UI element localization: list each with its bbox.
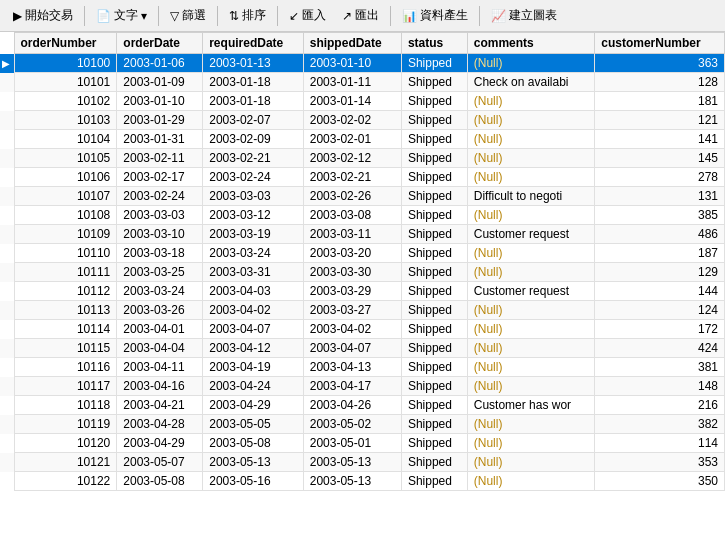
text-label: 文字	[114, 7, 138, 24]
table-row[interactable]: 101052003-02-112003-02-212003-02-12Shipp…	[0, 149, 725, 168]
table-row[interactable]: 101212003-05-072003-05-132003-05-13Shipp…	[0, 453, 725, 472]
cell-requiredDate: 2003-05-08	[203, 434, 304, 453]
export-icon: ↗	[342, 9, 352, 23]
sort-label: 排序	[242, 7, 266, 24]
col-header-orderNumber[interactable]: orderNumber	[14, 33, 117, 54]
col-header-comments[interactable]: comments	[467, 33, 594, 54]
table-row[interactable]: 101062003-02-172003-02-242003-02-21Shipp…	[0, 168, 725, 187]
cell-customerNumber: 350	[595, 472, 725, 491]
row-arrow-cell	[0, 73, 14, 92]
cell-orderDate: 2003-04-16	[117, 377, 203, 396]
sort-icon: ⇅	[229, 9, 239, 23]
table-row[interactable]: 101112003-03-252003-03-312003-03-30Shipp…	[0, 263, 725, 282]
cell-shippedDate: 2003-05-13	[303, 472, 401, 491]
table-row[interactable]: 101132003-03-262003-04-022003-03-27Shipp…	[0, 301, 725, 320]
col-header-shippedDate[interactable]: shippedDate	[303, 33, 401, 54]
cell-customerNumber: 216	[595, 396, 725, 415]
cell-orderDate: 2003-03-10	[117, 225, 203, 244]
table-row[interactable]: 101082003-03-032003-03-122003-03-08Shipp…	[0, 206, 725, 225]
row-arrow-cell	[0, 130, 14, 149]
table-row[interactable]: 101182003-04-212003-04-292003-04-26Shipp…	[0, 396, 725, 415]
filter-icon: ▽	[170, 9, 179, 23]
cell-customerNumber: 121	[595, 111, 725, 130]
toolbar: ▶ 開始交易 📄 文字 ▾ ▽ 篩選 ⇅ 排序 ↙ 匯入 ↗ 匯出 📊 資料產生…	[0, 0, 725, 32]
cell-comments: (Null)	[467, 301, 594, 320]
col-header-requiredDate[interactable]: requiredDate	[203, 33, 304, 54]
cell-status: Shipped	[401, 149, 467, 168]
cell-requiredDate: 2003-02-21	[203, 149, 304, 168]
cell-shippedDate: 2003-03-27	[303, 301, 401, 320]
cell-orderNumber: 10104	[14, 130, 117, 149]
cell-status: Shipped	[401, 206, 467, 225]
cell-orderNumber: 10111	[14, 263, 117, 282]
filter-label: 篩選	[182, 7, 206, 24]
export-button[interactable]: ↗ 匯出	[335, 4, 386, 27]
cell-shippedDate: 2003-01-14	[303, 92, 401, 111]
cell-requiredDate: 2003-03-24	[203, 244, 304, 263]
cell-requiredDate: 2003-01-18	[203, 73, 304, 92]
col-header-orderDate[interactable]: orderDate	[117, 33, 203, 54]
start-trade-button[interactable]: ▶ 開始交易	[6, 4, 80, 27]
cell-comments: Difficult to negoti	[467, 187, 594, 206]
table-row[interactable]: 101092003-03-102003-03-192003-03-11Shipp…	[0, 225, 725, 244]
chart-button[interactable]: 📈 建立圖表	[484, 4, 564, 27]
data-gen-button[interactable]: 📊 資料產生	[395, 4, 475, 27]
cell-customerNumber: 278	[595, 168, 725, 187]
table-row[interactable]: 101162003-04-112003-04-192003-04-13Shipp…	[0, 358, 725, 377]
cell-status: Shipped	[401, 92, 467, 111]
table-row[interactable]: 101172003-04-162003-04-242003-04-17Shipp…	[0, 377, 725, 396]
cell-status: Shipped	[401, 472, 467, 491]
cell-comments: (Null)	[467, 339, 594, 358]
doc-icon: 📄	[96, 9, 111, 23]
data-table-container[interactable]: orderNumber orderDate requiredDate shipp…	[0, 32, 725, 537]
table-row[interactable]: 101202003-04-292003-05-082003-05-01Shipp…	[0, 434, 725, 453]
row-arrow-cell	[0, 149, 14, 168]
cell-orderDate: 2003-02-11	[117, 149, 203, 168]
col-header-status[interactable]: status	[401, 33, 467, 54]
table-row[interactable]: 101102003-03-182003-03-242003-03-20Shipp…	[0, 244, 725, 263]
cell-comments: (Null)	[467, 168, 594, 187]
col-header-customerNumber[interactable]: customerNumber	[595, 33, 725, 54]
cell-orderNumber: 10101	[14, 73, 117, 92]
row-arrow-cell	[0, 358, 14, 377]
chart-icon: 📈	[491, 9, 506, 23]
table-row[interactable]: 101072003-02-242003-03-032003-02-26Shipp…	[0, 187, 725, 206]
export-label: 匯出	[355, 7, 379, 24]
row-arrow-cell	[0, 92, 14, 111]
table-header: orderNumber orderDate requiredDate shipp…	[0, 33, 725, 54]
cell-orderNumber: 10117	[14, 377, 117, 396]
cell-customerNumber: 145	[595, 149, 725, 168]
cell-customerNumber: 363	[595, 54, 725, 73]
cell-comments: (Null)	[467, 149, 594, 168]
cell-status: Shipped	[401, 111, 467, 130]
cell-comments: (Null)	[467, 358, 594, 377]
table-row[interactable]: 101012003-01-092003-01-182003-01-11Shipp…	[0, 73, 725, 92]
orders-table: orderNumber orderDate requiredDate shipp…	[0, 32, 725, 491]
table-row[interactable]: 101032003-01-292003-02-072003-02-02Shipp…	[0, 111, 725, 130]
table-row[interactable]: 101022003-01-102003-01-182003-01-14Shipp…	[0, 92, 725, 111]
sort-button[interactable]: ⇅ 排序	[222, 4, 273, 27]
row-arrow-cell	[0, 396, 14, 415]
table-row[interactable]: 101042003-01-312003-02-092003-02-01Shipp…	[0, 130, 725, 149]
table-row[interactable]: 101192003-04-282003-05-052003-05-02Shipp…	[0, 415, 725, 434]
cell-status: Shipped	[401, 434, 467, 453]
table-body: ▶101002003-01-062003-01-132003-01-10Ship…	[0, 54, 725, 491]
table-row[interactable]: 101122003-03-242003-04-032003-03-29Shipp…	[0, 282, 725, 301]
text-button[interactable]: 📄 文字 ▾	[89, 4, 154, 27]
import-button[interactable]: ↙ 匯入	[282, 4, 333, 27]
cell-status: Shipped	[401, 358, 467, 377]
table-row[interactable]: ▶101002003-01-062003-01-132003-01-10Ship…	[0, 54, 725, 73]
row-arrow-cell	[0, 206, 14, 225]
table-row[interactable]: 101142003-04-012003-04-072003-04-02Shipp…	[0, 320, 725, 339]
cell-orderDate: 2003-05-08	[117, 472, 203, 491]
filter-button[interactable]: ▽ 篩選	[163, 4, 213, 27]
cell-orderNumber: 10110	[14, 244, 117, 263]
cell-status: Shipped	[401, 130, 467, 149]
cell-status: Shipped	[401, 168, 467, 187]
cell-shippedDate: 2003-02-01	[303, 130, 401, 149]
row-arrow-cell	[0, 301, 14, 320]
import-label: 匯入	[302, 7, 326, 24]
cell-orderNumber: 10102	[14, 92, 117, 111]
table-row[interactable]: 101152003-04-042003-04-122003-04-07Shipp…	[0, 339, 725, 358]
table-row[interactable]: 101222003-05-082003-05-162003-05-13Shipp…	[0, 472, 725, 491]
